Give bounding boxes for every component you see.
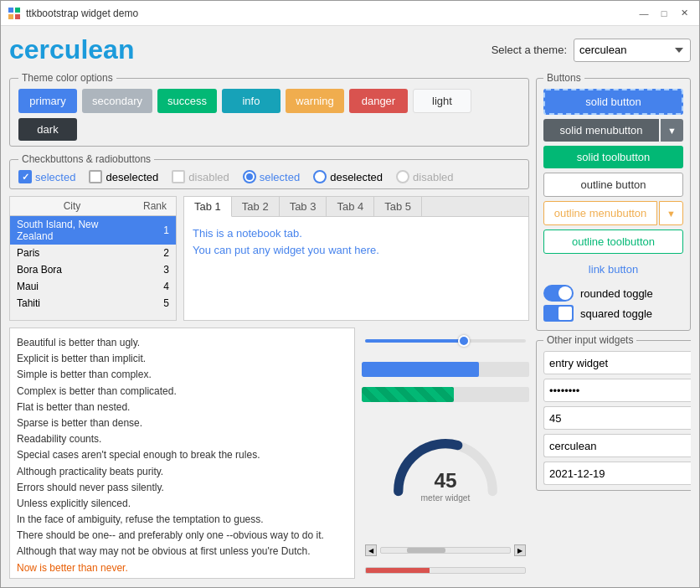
theme-select[interactable]: cerculean <box>574 39 691 62</box>
table-row[interactable]: Paris 2 <box>10 245 176 261</box>
slider-container[interactable] <box>362 328 529 354</box>
text-line: Simple is better than complex. <box>17 367 347 383</box>
table-row[interactable]: Maui 4 <box>10 278 176 295</box>
text-line-colored: Now is better than never. <box>17 560 347 576</box>
main-layout: Theme color options primary secondary su… <box>9 72 691 579</box>
checkbox-deselected[interactable] <box>89 170 102 183</box>
squared-toggle-row[interactable]: squared toggle <box>543 305 683 322</box>
btn-danger[interactable]: danger <box>349 89 408 113</box>
other-inputs-section: Other input widgets ▲ ▼ ▼ <box>536 334 691 491</box>
radio-deselected[interactable]: deselected <box>313 170 383 183</box>
radio-disabled: disabled <box>396 170 453 183</box>
outline-menubutton[interactable]: outline menubutton <box>543 201 657 225</box>
password-widget[interactable] <box>543 379 691 402</box>
check-deselected[interactable]: deselected <box>89 170 158 183</box>
check-selected-label: selected <box>35 171 75 183</box>
svg-rect-2 <box>8 14 13 19</box>
outline-menubutton-arrow[interactable]: ▼ <box>659 201 683 225</box>
hscrollbar[interactable]: ◀ ▶ <box>362 544 529 557</box>
scroll-left-btn[interactable]: ◀ <box>365 544 377 556</box>
tab-5[interactable]: Tab 5 <box>374 197 422 216</box>
checkbox-selected[interactable]: ✓ <box>18 170 32 183</box>
btn-secondary[interactable]: secondary <box>82 89 152 113</box>
scroll-thumb[interactable] <box>407 548 445 553</box>
cell-city: Maui <box>17 281 127 292</box>
main-window: ttkbootstrap widget demo — □ ✕ cerculean… <box>0 0 700 588</box>
table-row[interactable]: Bora Bora 3 <box>10 261 176 278</box>
squared-toggle[interactable] <box>543 305 574 322</box>
table-row[interactable]: Tahiti 5 <box>10 295 176 312</box>
window-controls: — □ ✕ <box>636 5 692 22</box>
text-line: Explicit is better than implicit. <box>17 351 347 367</box>
right-panel: Buttons solid button solid menubutton ▼ … <box>536 72 691 579</box>
btn-warning[interactable]: warning <box>286 89 344 113</box>
color-buttons-row: primary secondary success info warning d… <box>18 89 520 141</box>
scroll-track[interactable] <box>380 547 511 554</box>
cell-city: Tahiti <box>17 297 127 309</box>
btn-info[interactable]: info <box>222 89 281 113</box>
app-icon <box>8 7 21 20</box>
btn-success[interactable]: success <box>157 89 217 113</box>
link-button[interactable]: link button <box>543 258 683 281</box>
outline-toolbutton-row: outline toolbutton <box>543 230 683 254</box>
combobox-input[interactable] <box>543 434 691 457</box>
text-line: Although practicality beats purity. <box>17 464 347 480</box>
theme-colors-section: Theme color options primary secondary su… <box>9 72 529 147</box>
main-content: cerculean Select a theme: cerculean Them… <box>1 26 699 587</box>
svg-rect-0 <box>8 8 13 13</box>
tab-content: This is a notebook tab.You can put any w… <box>184 217 528 320</box>
btn-dark[interactable]: dark <box>18 118 77 141</box>
radio-deselected-btn[interactable] <box>313 170 327 183</box>
table-row[interactable]: South Island, New Zealand 1 <box>10 216 176 245</box>
solid-toolbutton[interactable]: solid toolbutton <box>543 146 683 168</box>
spinbox-row: ▲ ▼ <box>543 406 691 430</box>
text-line: Unless explicitly silenced. <box>17 496 347 512</box>
svg-rect-1 <box>15 8 20 13</box>
maximize-button[interactable]: □ <box>656 5 672 22</box>
outline-toolbutton[interactable]: outline toolbutton <box>543 230 683 254</box>
cell-city: South Island, New Zealand <box>17 219 127 242</box>
tab-4[interactable]: Tab 4 <box>327 197 374 216</box>
radio-selected-btn[interactable] <box>243 170 256 183</box>
tab-text: This is a notebook tab.You can put any w… <box>193 225 520 258</box>
btn-primary[interactable]: primary <box>18 89 77 113</box>
slider-thumb[interactable] <box>458 335 470 347</box>
check-radio-row: ✓ selected deselected disabled <box>18 170 520 183</box>
outline-button[interactable]: outline button <box>543 173 683 197</box>
progress-bar-1 <box>362 362 529 377</box>
text-widget[interactable]: Beautiful is better than ugly. Explicit … <box>9 328 355 579</box>
radio-selected[interactable]: selected <box>243 170 300 183</box>
datepicker-input[interactable] <box>543 462 691 485</box>
close-button[interactable]: ✕ <box>676 5 692 22</box>
radio-disabled-label: disabled <box>413 171 453 183</box>
check-radio-legend: Checkbuttons & radiobuttons <box>18 153 154 165</box>
check-deselected-label: deselected <box>106 171 158 183</box>
solid-menubutton-arrow[interactable]: ▼ <box>661 119 683 142</box>
rounded-toggle[interactable] <box>543 285 574 302</box>
cell-rank: 2 <box>127 247 169 259</box>
solid-button[interactable]: solid button <box>543 89 683 115</box>
text-line: Complex is better than complicated. <box>17 384 347 400</box>
tab-3[interactable]: Tab 3 <box>280 197 327 216</box>
left-panel: Theme color options primary secondary su… <box>9 72 529 579</box>
window-title: ttkbootstrap widget demo <box>26 8 636 19</box>
combobox-row: ▼ <box>543 434 691 457</box>
spinbox-input[interactable] <box>543 406 691 430</box>
meter-widget: 45 meter widget <box>362 410 529 539</box>
check-selected[interactable]: ✓ selected <box>18 170 75 183</box>
cell-city: Bora Bora <box>17 264 127 276</box>
theme-colors-legend: Theme color options <box>18 72 116 84</box>
text-line: In the face of ambiguity, refuse the tem… <box>17 512 347 528</box>
tab-1[interactable]: Tab 1 <box>184 197 232 217</box>
entry-widget[interactable] <box>543 351 691 374</box>
bottom-section: Beautiful is better than ugly. Explicit … <box>9 328 529 579</box>
btn-light[interactable]: light <box>413 89 471 113</box>
tabs-bar: Tab 1 Tab 2 Tab 3 Tab 4 Tab 5 <box>184 197 528 217</box>
tab-2[interactable]: Tab 2 <box>232 197 280 216</box>
scale-bar[interactable] <box>362 562 529 579</box>
cell-rank: 5 <box>127 297 169 309</box>
solid-menubutton[interactable]: solid menubutton <box>543 119 659 142</box>
scroll-right-btn[interactable]: ▶ <box>514 544 526 556</box>
rounded-toggle-row[interactable]: rounded toggle <box>543 285 683 302</box>
minimize-button[interactable]: — <box>636 5 652 22</box>
